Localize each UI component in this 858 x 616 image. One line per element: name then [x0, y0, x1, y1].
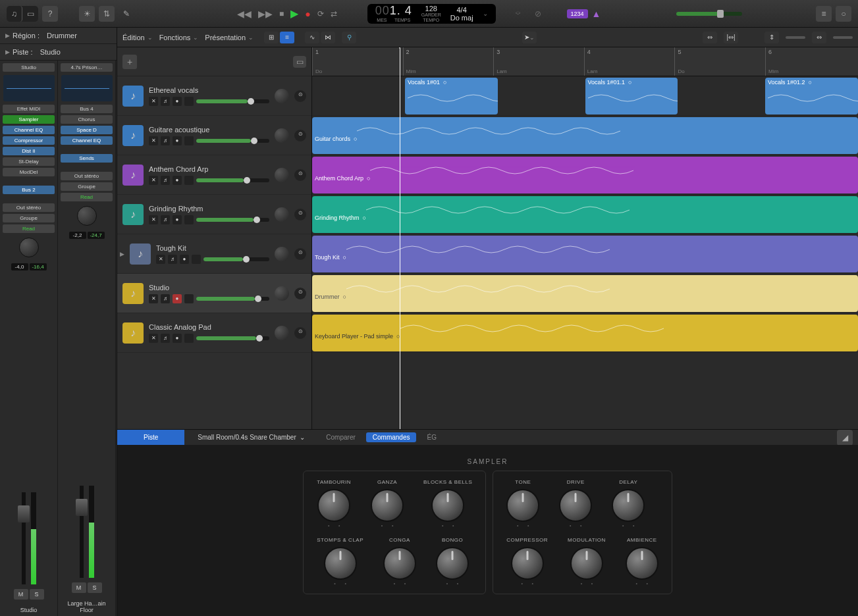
automation-mode[interactable]: Read — [3, 224, 55, 233]
send-slot[interactable]: Sends — [61, 154, 113, 163]
mute-button[interactable]: M — [14, 589, 28, 600]
vzoom-icon[interactable]: ⇕ — [764, 32, 779, 43]
cycle-icon[interactable]: ⟳ — [317, 9, 324, 18]
tuner-icon[interactable]: ⌔ — [510, 6, 526, 22]
track-pan-knob[interactable] — [275, 286, 289, 301]
pointer-tool-icon[interactable]: ➤ ⌄ — [522, 32, 537, 43]
track-icon[interactable]: ♪ — [122, 322, 144, 344]
insert-slot[interactable]: Space D — [61, 126, 113, 134]
mute-icon[interactable]: ✕ — [149, 294, 158, 303]
insert-slot[interactable]: Chorus — [61, 115, 113, 124]
ruler[interactable]: 1Do2Mim3Lam4Lam5Do6Mim — [312, 47, 858, 76]
zoom-h-icon[interactable]: ⇔ — [703, 32, 717, 43]
record-enable-icon[interactable]: ● — [173, 97, 182, 106]
headphone-icon[interactable]: ♬ — [168, 255, 177, 264]
track-volume-slider[interactable] — [196, 336, 269, 340]
input-monitor-icon[interactable] — [184, 176, 194, 185]
parameter-knob[interactable] — [436, 547, 469, 580]
record-enable-icon[interactable]: ● — [173, 136, 182, 145]
headphone-icon[interactable]: ♬ — [161, 176, 170, 185]
lcd-display[interactable]: 001. 4 MES TEMPS 128 GARDER TEMPO 4/4 Do… — [367, 4, 496, 24]
region-lane[interactable]: Tough Kit ○ — [312, 234, 858, 274]
rewind-icon[interactable]: ◀◀ — [237, 9, 252, 19]
eq-thumbnail[interactable] — [61, 75, 113, 101]
track-header[interactable]: ♪ Classic Analog Pad ✕ ♬ ● ⊙ — [117, 313, 311, 353]
input-monitor-icon[interactable] — [184, 97, 194, 106]
headphone-icon[interactable]: ♬ — [161, 334, 170, 343]
insert-slot[interactable]: ModDel — [3, 168, 55, 176]
playhead[interactable] — [400, 47, 400, 429]
flex-icon[interactable]: ⋈ — [321, 32, 335, 43]
track-header[interactable]: ♪ Studio ✕ ♬ ● ⊙ — [117, 274, 311, 313]
insert-slot[interactable]: Channel EQ — [3, 126, 55, 134]
editor-icon[interactable]: ✎ — [119, 6, 134, 22]
insert-slot[interactable]: Bus 4 — [61, 105, 113, 113]
smart-controls-icon[interactable]: ☀ — [79, 6, 95, 22]
browser-icon[interactable]: ▭ — [22, 6, 38, 22]
track-header[interactable]: ♪ Grinding Rhythm ✕ ♬ ● ⊙ — [117, 195, 311, 234]
snap-icon[interactable]: ⚲ — [342, 32, 356, 43]
zoom-waveform-icon[interactable]: |⇔| — [724, 32, 738, 43]
headphone-icon[interactable]: ♬ — [161, 136, 170, 145]
compare-button[interactable]: Comparer — [318, 434, 363, 441]
parameter-knob[interactable] — [626, 547, 658, 580]
track-header[interactable]: ♪ Anthem Chord Arp ✕ ♬ ● ⊙ — [117, 155, 311, 195]
track-volume-slider[interactable] — [196, 297, 269, 301]
record-enable-icon[interactable]: ● — [173, 215, 182, 224]
master-volume-slider[interactable] — [676, 12, 742, 16]
region[interactable]: Vocals 1#01.2 ○ — [765, 78, 858, 115]
track-options-icon[interactable]: ⊙ — [294, 288, 306, 299]
stop-icon[interactable]: ■ — [279, 9, 284, 18]
region-lane[interactable]: Vocals 1#01 ○Vocals 1#01.1 ○Vocals 1#01.… — [312, 76, 858, 116]
track-volume-slider[interactable] — [196, 139, 269, 143]
parameter-knob[interactable] — [431, 489, 464, 522]
parameter-knob[interactable] — [383, 547, 416, 580]
group-slot[interactable]: Groupe — [3, 214, 55, 222]
track-header[interactable]: ♪ Guitare acoustique ✕ ♬ ● ⊙ — [117, 116, 311, 155]
plugin-expand-icon[interactable]: ◢ — [837, 430, 853, 446]
region[interactable]: Vocals 1#01 ○ — [405, 78, 498, 115]
insert-slot[interactable]: Channel EQ — [61, 136, 113, 145]
metronome-icon[interactable]: ▲ — [592, 9, 601, 19]
track-pan-knob[interactable] — [275, 326, 289, 340]
mute-icon[interactable]: ✕ — [149, 334, 158, 343]
group-slot[interactable]: Groupe — [61, 182, 113, 191]
headphone-icon[interactable]: ♬ — [161, 294, 170, 303]
eq-thumbnail[interactable] — [3, 75, 55, 101]
plugin-preset-select[interactable]: Small Room/0.4s Snare Chamber ⌄ — [184, 434, 318, 441]
mute-button[interactable]: M — [72, 582, 86, 593]
insert-slot[interactable]: St-Delay — [3, 157, 55, 166]
hzoom-icon[interactable]: ⇔ — [812, 32, 826, 43]
parameter-knob[interactable] — [570, 547, 603, 580]
library-icon[interactable]: ♫ — [7, 6, 22, 22]
region-inspector-header[interactable]: ▶ Région : Drummer — [0, 28, 117, 44]
play-icon[interactable]: ▶ — [290, 7, 298, 20]
region[interactable]: Guitar chords ○ — [312, 117, 858, 154]
menu-fonctions[interactable]: Fonctions ⌄ — [159, 34, 199, 41]
track-volume-slider[interactable] — [196, 218, 269, 222]
pan-knob[interactable] — [19, 238, 39, 257]
menu-presentation[interactable]: Présentation ⌄ — [205, 34, 254, 41]
solo-button[interactable]: S — [88, 582, 102, 593]
parameter-knob[interactable] — [317, 489, 350, 522]
insert-slot[interactable]: Sampler — [3, 115, 55, 124]
volume-fader[interactable] — [80, 486, 84, 578]
parameter-knob[interactable] — [612, 489, 645, 522]
headphone-icon[interactable]: ♬ — [161, 97, 170, 106]
track-options-icon[interactable]: ⊙ — [294, 248, 306, 260]
count-in-badge[interactable]: 1234 — [567, 9, 588, 18]
track-header[interactable]: ▶ ♪ Tough Kit ✕ ♬ ● ⊙ — [117, 234, 311, 274]
track-icon[interactable]: ♪ — [130, 244, 151, 265]
mute-icon[interactable]: ✕ — [149, 136, 158, 145]
region-lane[interactable]: Keyboard Player - Pad simple ○ — [312, 313, 858, 353]
region-lane[interactable]: Drummer ○ — [312, 274, 858, 313]
help-icon[interactable]: ? — [42, 6, 58, 22]
track-pan-knob[interactable] — [275, 89, 289, 103]
track-icon[interactable]: ♪ — [122, 283, 144, 304]
region[interactable]: Vocals 1#01.1 ○ — [585, 78, 678, 115]
track-inspector-header[interactable]: ▶ Piste : Studio — [0, 44, 117, 61]
plugin-tab-piste[interactable]: Piste — [117, 430, 184, 445]
output-slot[interactable]: Out stéréo — [61, 172, 113, 180]
automation-icon[interactable]: ∿ — [305, 32, 319, 43]
insert-slot[interactable]: Dist II — [3, 147, 55, 155]
